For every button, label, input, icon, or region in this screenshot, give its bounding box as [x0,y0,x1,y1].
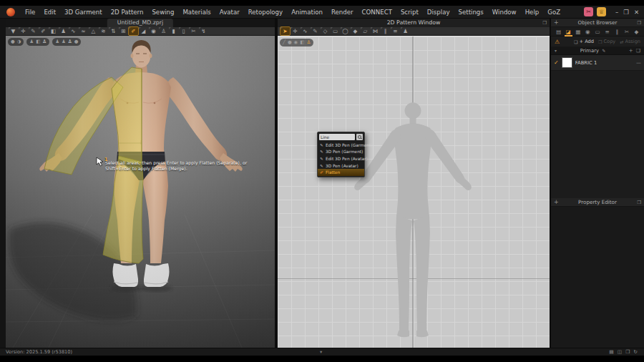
project-tab[interactable]: Untitled_MD.zprj [107,19,173,27]
show-notch-toggle[interactable]: ◉ [294,39,298,47]
tab-trim[interactable]: ✂ [623,27,630,36]
copy-fabric-button[interactable]: ❐ Copy [598,39,615,44]
select-move-tool[interactable]: ✛ [19,27,28,35]
internal-polygon-tool[interactable]: ◆ [351,27,360,35]
capture-icon[interactable]: ◫ [618,348,622,356]
restore-button[interactable]: ❐ [623,6,629,19]
tab-button[interactable]: ◉ [584,27,592,36]
fabric-direction-tool[interactable]: ⇅ [109,27,118,35]
menu-item[interactable]: Edit [39,6,60,19]
memory-usage-icon[interactable]: ▤ [609,348,613,356]
fold-arrangement-tool[interactable]: △ [89,27,98,35]
detach-panel-icon[interactable]: ❐ [637,198,641,207]
menu-item[interactable]: Retopology [244,6,287,19]
show-avatar-toggle[interactable]: ♙ [42,38,47,46]
menu-item[interactable]: Script [396,6,423,19]
dart-tool[interactable]: ⋈ [371,27,380,35]
show-pattern-toggle[interactable]: ◧ [36,38,40,46]
show-pattern-outline-toggle[interactable]: ╱ [283,39,286,47]
show-grid-toggle[interactable]: ● [288,39,292,47]
result-edit-3d-pen-garment[interactable]: ✎ Edit 3D Pen (Garment) [318,142,364,149]
avatar-hide-toggle[interactable]: ● [74,38,79,46]
sync-icon[interactable]: ↻ [633,348,638,356]
detach-panel-icon[interactable]: ❐ [637,19,641,27]
statusbar-expander-icon[interactable]: ▾ [320,348,322,356]
add-fabric-button[interactable]: ❏ + Add [574,39,594,44]
menu-item[interactable]: 2D Pattern [107,6,148,19]
menu-item[interactable]: Help [521,6,544,19]
measure-tool[interactable]: ▯ [179,27,188,35]
promo-badge-gold-icon[interactable]: ♕ [597,7,606,16]
result-edit-3d-pen-avatar[interactable]: ✎ Edit 3D Pen (Avatar) [318,155,364,162]
internal-rectangle-tool[interactable]: ▱ [361,27,370,35]
menu-item[interactable]: Animation [287,6,327,19]
show-baseline-toggle[interactable]: ◧ [300,39,304,47]
fabric-list-item[interactable]: ✓ FABRIC 1 — [551,55,644,71]
edit-pin-tool[interactable]: ✎ [29,27,38,35]
menu-item[interactable]: Render [327,6,358,19]
menu-item[interactable]: Window [488,6,521,19]
polygon-tool[interactable]: ◇ [321,27,330,35]
rename-pencil-icon[interactable]: ✎ [602,48,605,53]
result-3d-pen-avatar[interactable]: ✎ 3D Pen (Avatar) [318,162,364,170]
seam-allowance-tool[interactable]: ≡ [391,27,400,35]
collapse-panel-icon[interactable]: + [554,19,559,27]
avatar-solid-toggle[interactable]: ♙ [68,38,72,46]
grading-tool[interactable]: ♟ [401,27,410,35]
search-icon[interactable] [356,134,363,140]
rectangle-tool[interactable]: ▭ [331,27,340,35]
fabric-check-icon[interactable]: ✓ [554,59,559,66]
group-folder-icon[interactable]: ❏ [636,48,640,54]
edit-curvature-tool[interactable]: ∿ [301,27,310,35]
fabric-swatch[interactable] [562,57,572,68]
arrangement-gizmo-tool[interactable]: ♟ [59,27,68,35]
close-button[interactable]: ✕ [634,6,639,19]
show-avatar-silhouette-toggle[interactable]: ♙ [306,39,311,47]
transform-pattern-tool[interactable]: ➤ [280,27,290,35]
render-queue-icon[interactable]: ❐ [625,348,630,356]
fabric-more-icon[interactable]: — [636,60,641,66]
3d-viewport[interactable]: ●◑ ♟◧♙ ♟♟♙● [6,36,275,348]
notch-tool[interactable]: ∥ [381,27,390,35]
solidify-tool[interactable]: ◉ [149,27,158,35]
add-point-tool[interactable]: ✎ [311,27,320,35]
circle-tool[interactable]: ◯ [341,27,350,35]
avatar-edit-tool[interactable]: ♙ [159,27,168,35]
tape-tool[interactable]: ▮ [169,27,178,35]
menu-item[interactable]: Display [423,6,454,19]
avatar-mesh-toggle[interactable]: ♟ [62,38,66,46]
render-style-toggle[interactable]: ● [11,38,15,46]
scissors-tool[interactable]: ✂ [189,27,198,35]
result-flatten[interactable]: ✐ Flatten [318,169,364,176]
menu-item[interactable]: CONNECT [358,6,396,19]
flattened-pattern-piece-leg[interactable] [103,156,143,263]
smoothing-tool[interactable]: ◢ [139,27,148,35]
free-sewing-tool[interactable]: ≈ [79,27,88,35]
edit-pattern-tool[interactable]: ✛ [291,27,300,35]
tab-stitch[interactable]: ∥ [613,27,621,36]
tab-fabric[interactable]: ◪ [565,27,572,36]
menu-item[interactable]: GoZ [543,6,565,19]
tab-pattern[interactable]: ▦ [574,27,582,36]
menu-item[interactable]: File [21,6,39,19]
tab-scene[interactable]: ▤ [555,27,562,36]
menu-item[interactable]: Materials [178,6,215,19]
promo-badge-pink-icon[interactable]: ✂ [584,7,593,16]
tool-search-input[interactable] [319,134,355,140]
2d-pattern-viewport[interactable]: ╱●◉◧♙ ✎ Edit 3D Pen (Garment) [278,36,550,348]
walk-pose-tool[interactable]: ↯ [199,27,208,35]
menu-item[interactable]: Avatar [215,6,244,19]
grid-texture-tool[interactable]: ⊞ [119,27,128,35]
avatar-texture-toggle[interactable]: ♟ [55,38,59,46]
pin-tool[interactable]: ✐ [39,27,48,35]
tab-topstitch[interactable]: ≡ [603,27,611,36]
result-3d-pen-garment[interactable]: ✎ 3D Pen (Garment) [318,149,364,156]
show-garment-toggle[interactable]: ♟ [29,38,34,46]
tab-graphic[interactable]: ◆ [633,27,640,36]
avatar-3d[interactable] [6,36,275,348]
simulate-tool[interactable]: ▼ [9,27,18,35]
collapse-panel-icon[interactable]: + [554,198,559,207]
flatten-tool[interactable]: ✐ [129,27,138,35]
group-add-icon[interactable]: + [629,48,633,54]
tab-buttonhole[interactable]: ▭ [594,27,602,36]
